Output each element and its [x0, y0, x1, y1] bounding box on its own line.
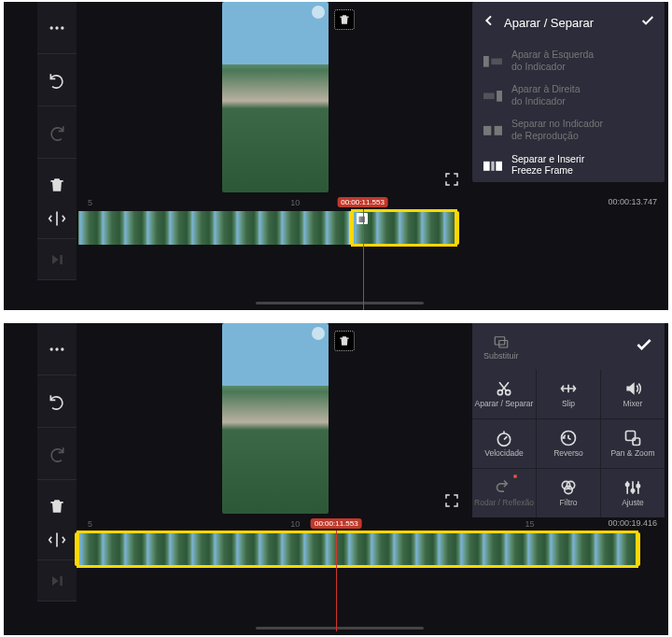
- svg-rect-4: [491, 58, 502, 64]
- svg-rect-22: [633, 438, 640, 446]
- timecode-badge: 00:00:11.553: [337, 197, 388, 207]
- replace-button[interactable]: Substituir: [483, 333, 519, 361]
- redo-button[interactable]: [37, 106, 77, 159]
- confirm-button[interactable]: [635, 335, 653, 358]
- svg-rect-11: [496, 161, 502, 170]
- svg-point-19: [497, 433, 510, 446]
- tool-pan-zoom[interactable]: Pan & Zoom: [601, 419, 665, 468]
- playhead[interactable]: [336, 531, 337, 631]
- align-button[interactable]: [37, 198, 77, 239]
- video-preview[interactable]: [222, 323, 329, 514]
- timeline-toolbar: [37, 198, 77, 280]
- trim-left-icon: [483, 54, 502, 67]
- preview-badge-icon: [312, 327, 325, 340]
- freeze-frame-icon: [483, 158, 502, 171]
- tick-10: 10: [290, 198, 300, 207]
- tool-speed[interactable]: Velocidade: [472, 419, 536, 468]
- svg-rect-8: [495, 126, 502, 135]
- tick-5: 5: [88, 198, 92, 207]
- svg-point-25: [565, 487, 572, 494]
- split-freeze-item[interactable]: Separar e InserirFreeze Frame: [472, 148, 665, 182]
- fullscreen-button[interactable]: [442, 491, 461, 510]
- tool-mixer[interactable]: Mixer: [601, 370, 665, 418]
- panel-title: Aparar / Separar: [504, 16, 633, 30]
- trim-split-panel: Aparar / Separar Aparar à Esquerdado Ind…: [472, 2, 665, 182]
- more-button[interactable]: [37, 2, 77, 54]
- trim-right-icon: [483, 89, 502, 102]
- jump-button[interactable]: [37, 239, 77, 280]
- fullscreen-button[interactable]: [442, 170, 461, 189]
- editor-top: Aparar / Separar Aparar à Esquerdado Ind…: [4, 2, 668, 310]
- svg-point-1: [55, 26, 58, 29]
- trim-right-item[interactable]: Aparar à Direitado Indicador: [472, 78, 665, 112]
- clip-2-selected[interactable]: ▦: [353, 211, 455, 245]
- tick-5: 5: [88, 519, 92, 529]
- left-toolbar: [37, 323, 77, 532]
- trim-left-item[interactable]: Aparar à Esquerdado Indicador: [472, 43, 665, 78]
- svg-point-2: [61, 26, 63, 29]
- tool-adjust[interactable]: Ajuste: [601, 469, 665, 517]
- preview-delete-button[interactable]: [334, 9, 355, 30]
- clip-selected[interactable]: [78, 532, 637, 566]
- svg-rect-16: [499, 340, 508, 347]
- split-playhead-item[interactable]: Separar no Indicadorde Reprodução: [472, 112, 665, 147]
- timeline[interactable]: 5 10 00:00:11.553 00:00:13.747 ▦: [78, 198, 665, 254]
- replace-label: Substituir: [483, 351, 519, 361]
- svg-rect-9: [483, 161, 490, 170]
- trim-menu: Aparar à Esquerdado Indicador Aparar à D…: [472, 43, 665, 182]
- tool-filter[interactable]: Filtro: [537, 469, 600, 517]
- editor-bottom: Substituir Aparar / Separar Slip Mixer V…: [4, 323, 668, 635]
- redo-button[interactable]: [37, 428, 77, 480]
- playhead[interactable]: [363, 209, 364, 310]
- clip-tools-panel: Substituir Aparar / Separar Slip Mixer V…: [472, 323, 665, 517]
- undo-button[interactable]: [37, 375, 77, 428]
- left-toolbar: [37, 2, 77, 211]
- timeline-ruler: 5 10 15 00:00:11.553 00:00:19.416: [78, 519, 665, 531]
- confirm-button[interactable]: [640, 13, 655, 32]
- clip-1[interactable]: [78, 211, 353, 245]
- video-track: ▦: [78, 211, 455, 245]
- svg-point-27: [631, 489, 634, 492]
- tool-trim-split[interactable]: Aparar / Separar: [472, 370, 536, 418]
- timeline-ruler: 5 10 00:00:11.553 00:00:13.747: [78, 198, 665, 209]
- tool-slip[interactable]: Slip: [537, 370, 600, 418]
- svg-point-12: [50, 347, 53, 350]
- svg-rect-5: [483, 93, 495, 100]
- svg-point-13: [55, 347, 58, 350]
- panel-header: Aparar / Separar: [472, 2, 665, 43]
- svg-rect-10: [491, 161, 494, 170]
- more-button[interactable]: [37, 323, 77, 375]
- svg-rect-3: [483, 56, 489, 67]
- tick-15: 15: [525, 519, 535, 529]
- svg-rect-6: [497, 91, 502, 102]
- panel-header: Substituir: [472, 323, 665, 370]
- tool-reverse[interactable]: Reverso: [537, 419, 600, 468]
- tick-10: 10: [290, 519, 300, 529]
- scrollbar[interactable]: [256, 302, 424, 304]
- video-track: [78, 532, 637, 566]
- notification-dot-icon: [513, 474, 517, 478]
- svg-point-0: [50, 26, 53, 29]
- video-preview[interactable]: [222, 2, 329, 192]
- tool-grid: Aparar / Separar Slip Mixer Velocidade R…: [472, 370, 665, 517]
- timeline-toolbar: [37, 519, 77, 602]
- jump-button[interactable]: [37, 560, 77, 602]
- scrollbar[interactable]: [256, 627, 424, 630]
- svg-rect-7: [483, 126, 491, 135]
- tool-rotate-mirror[interactable]: Rodar / Reflexão: [472, 469, 536, 517]
- svg-point-26: [626, 483, 629, 486]
- align-button[interactable]: [37, 519, 77, 560]
- preview-badge-icon: [312, 6, 325, 19]
- split-icon: [483, 123, 502, 136]
- svg-point-28: [637, 485, 639, 488]
- svg-point-14: [61, 347, 63, 350]
- preview-delete-button[interactable]: [334, 331, 355, 351]
- back-button[interactable]: [482, 13, 497, 32]
- undo-button[interactable]: [37, 54, 77, 106]
- duration-label: 00:00:19.416: [608, 518, 657, 528]
- timeline[interactable]: 5 10 15 00:00:11.553 00:00:19.416: [78, 519, 665, 575]
- timecode-badge: 00:00:11.553: [311, 518, 362, 529]
- duration-label: 00:00:13.747: [608, 197, 657, 206]
